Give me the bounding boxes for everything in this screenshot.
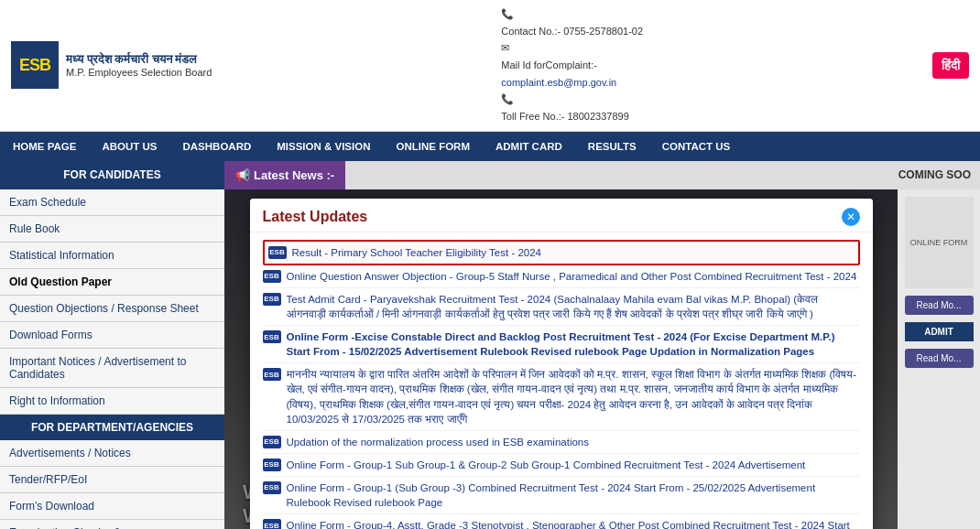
admit-label: ADMIT <box>905 322 974 341</box>
contact-no: 📞 Contact No.:- 0755-2578801-02 <box>501 5 643 39</box>
for-candidates-header: FOR CANDIDATES <box>0 161 224 189</box>
main-nav: HOME PAGE ABOUT US DASHBOARD MISSION & V… <box>0 132 980 161</box>
modal-item-7[interactable]: ESB Online Form - Group-1 (Sub Group -3)… <box>263 477 860 514</box>
logo-text: मध्य प्रदेश कर्मचारी चयन मंडल M.P. Emplo… <box>66 52 212 78</box>
sidebar-item-exam-schedule[interactable]: Exam Schedule <box>0 189 224 216</box>
sidebar-dept-header: FOR DEPARTMENT/AGENCIES <box>0 415 224 440</box>
item-icon-7: ESB <box>263 481 281 494</box>
main-content: Exam Schedule Rule Book Statistical Info… <box>0 189 980 529</box>
org-hindi: मध्य प्रदेश कर्मचारी चयन मंडल <box>66 52 212 67</box>
hindi-button[interactable]: हिंदी <box>932 52 969 79</box>
item-text-4: माननीय न्यायालय के द्वारा पारित अंतरिम आ… <box>287 367 860 426</box>
online-form-panel: ONLINE FORM <box>905 197 974 288</box>
item-text-5: Updation of the normalization process us… <box>287 435 860 449</box>
sidebar-item-important-notices[interactable]: Important Notices / Advertisement to Can… <box>0 349 224 388</box>
sidebar-item-statistical[interactable]: Statistical Information <box>0 243 224 269</box>
item-icon-1: ESB <box>263 270 281 283</box>
nav-admit-card[interactable]: ADMIT CARD <box>483 132 575 161</box>
item-icon-2: ESB <box>263 293 281 306</box>
sidebar-item-exam-circular[interactable]: Examination Circular & <box>0 520 224 529</box>
sidebar-item-objections[interactable]: Question Objections / Response Sheet <box>0 296 224 322</box>
item-text-2: Test Admit Card - Paryavekshak Recruitme… <box>287 292 860 321</box>
item-text-3: Online Form -Excise Constable Direct and… <box>287 329 860 359</box>
mail-info: ✉ Mail Id forComplaint:- complaint.esb@m… <box>501 39 643 91</box>
center-area: Welco Welcom TOI Latest Updates ✕ ESB Re… <box>224 189 898 529</box>
modal-item-1[interactable]: ESB Online Question Answer Objection - G… <box>263 265 860 288</box>
nav-online-form[interactable]: ONLINE FORM <box>384 132 484 161</box>
nav-mission[interactable]: MISSION & VISION <box>264 132 383 161</box>
item-icon-4: ESB <box>263 368 281 381</box>
nav-about[interactable]: ABOUT US <box>89 132 169 161</box>
read-more-button-1[interactable]: Read Mo... <box>905 296 974 315</box>
item-text-1: Online Question Answer Objection - Group… <box>287 269 860 284</box>
megaphone-icon: 📢 <box>235 168 250 182</box>
sidebar-item-forms-download[interactable]: Form's Download <box>0 493 224 520</box>
modal-item-8[interactable]: ESB Online Form - Group-4, Asstt. Grade … <box>263 514 860 529</box>
item-icon-3: ESB <box>263 330 281 343</box>
item-text-6: Online Form - Group-1 Sub Group-1 & Grou… <box>287 458 860 472</box>
modal-title: Latest Updates <box>263 209 368 225</box>
item-text-0: Result - Primary School Teacher Eligibil… <box>292 245 855 260</box>
toll-free: 📞 Toll Free No.:- 18002337899 <box>501 91 643 124</box>
modal-item-5[interactable]: ESB Updation of the normalization proces… <box>263 431 860 454</box>
item-icon-6: ESB <box>263 459 281 471</box>
modal-item-2[interactable]: ESB Test Admit Card - Paryavekshak Recru… <box>263 288 860 326</box>
item-icon-8: ESB <box>263 519 281 529</box>
nav-home[interactable]: HOME PAGE <box>0 132 89 161</box>
logo-area: ESB मध्य प्रदेश कर्मचारी चयन मंडल M.P. E… <box>11 41 212 89</box>
contact-info: 📞 Contact No.:- 0755-2578801-02 ✉ Mail I… <box>501 5 643 125</box>
sidebar-item-adv-notices[interactable]: Advertisements / Notices <box>0 440 224 467</box>
latest-news-header: 📢 Latest News :- <box>224 161 345 189</box>
item-text-7: Online Form - Group-1 (Sub Group -3) Com… <box>287 480 860 510</box>
logo-letters: ESB <box>19 56 50 75</box>
sidebar-item-old-question[interactable]: Old Question Paper <box>0 269 224 296</box>
read-more-button-2[interactable]: Read Mo... <box>905 349 974 368</box>
modal-item-4[interactable]: ESB माननीय न्यायालय के द्वारा पारित अंतर… <box>263 363 860 430</box>
nav-results[interactable]: RESULTS <box>575 132 649 161</box>
sidebar: Exam Schedule Rule Book Statistical Info… <box>0 189 224 529</box>
right-sidebar: ONLINE FORM Read Mo... ADMIT Read Mo... <box>898 189 980 529</box>
sidebar-item-rule-book[interactable]: Rule Book <box>0 216 224 243</box>
latest-updates-modal: Latest Updates ✕ ESB Result - Primary Sc… <box>250 199 873 529</box>
sidebar-item-download-forms[interactable]: Download Forms <box>0 322 224 349</box>
sidebar-item-rti[interactable]: Right to Information <box>0 388 224 415</box>
modal-body: ESB Result - Primary School Teacher Elig… <box>250 232 873 529</box>
nav-contact[interactable]: CONTACT US <box>649 132 744 161</box>
modal-header: Latest Updates ✕ <box>250 199 873 232</box>
logo-box: ESB <box>11 41 59 89</box>
modal-item-0[interactable]: ESB Result - Primary School Teacher Elig… <box>263 240 860 265</box>
item-text-8: Online Form - Group-4, Asstt. Grade -3 S… <box>287 518 860 529</box>
nav-dashboard[interactable]: DASHBOARD <box>170 132 265 161</box>
header: ESB मध्य प्रदेश कर्मचारी चयन मंडल M.P. E… <box>0 0 980 132</box>
item-icon-0: ESB <box>268 246 287 259</box>
modal-item-6[interactable]: ESB Online Form - Group-1 Sub Group-1 & … <box>263 454 860 477</box>
modal-item-3[interactable]: ESB Online Form -Excise Constable Direct… <box>263 326 860 363</box>
modal-close-button[interactable]: ✕ <box>842 208 860 226</box>
modal-backdrop: Latest Updates ✕ ESB Result - Primary Sc… <box>224 189 898 529</box>
sidebar-item-tender[interactable]: Tender/RFP/EoI <box>0 467 224 493</box>
sub-header: FOR CANDIDATES 📢 Latest News :- COMING S… <box>0 161 980 189</box>
org-english: M.P. Employees Selection Board <box>66 67 212 78</box>
coming-soon: COMING SOO <box>345 161 980 189</box>
item-icon-5: ESB <box>263 436 281 448</box>
